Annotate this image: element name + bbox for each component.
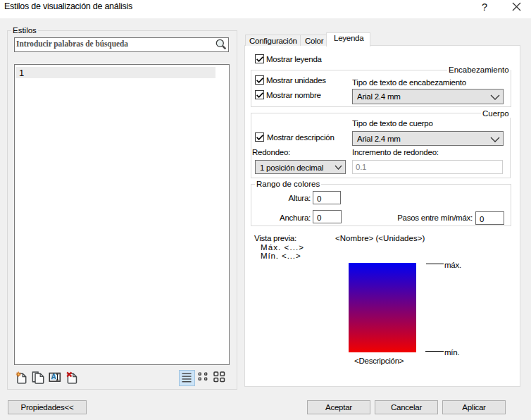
svg-text:A: A [51, 373, 56, 381]
